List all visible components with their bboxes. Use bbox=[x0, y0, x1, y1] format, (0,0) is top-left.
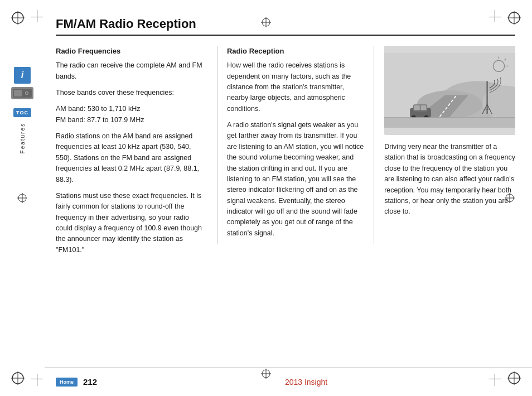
footer-title: 2013 Insight bbox=[285, 378, 327, 387]
svg-rect-38 bbox=[414, 105, 420, 110]
info-icon: i bbox=[21, 70, 23, 80]
features-label: Features bbox=[20, 123, 26, 153]
col-middle-p1: How well the radio receives stations is … bbox=[227, 60, 365, 114]
toc-badge[interactable]: TOC bbox=[13, 108, 31, 117]
col-left-p1: The radio can receive the complete AM an… bbox=[56, 60, 207, 82]
content-columns: Radio Frequencies The radio can receive … bbox=[56, 46, 515, 261]
col-left-p5: Stations must use these exact frequencie… bbox=[56, 191, 207, 255]
sidebar: i TOC Features bbox=[0, 0, 45, 396]
col-left-p2: Those bands cover these frequencies: bbox=[56, 88, 207, 98]
footer-center: 2013 Insight bbox=[97, 378, 515, 387]
col-left: Radio Frequencies The radio can receive … bbox=[56, 46, 207, 261]
radio-illustration bbox=[384, 46, 515, 135]
page-number: 212 bbox=[83, 377, 97, 387]
col-middle: Radio Reception How well the radio recei… bbox=[217, 46, 374, 244]
radio-icon-box bbox=[11, 87, 33, 99]
footer: Home 212 2013 Insight bbox=[45, 367, 532, 396]
svg-rect-25 bbox=[14, 90, 22, 96]
home-badge[interactable]: Home bbox=[56, 378, 78, 387]
svg-rect-39 bbox=[421, 105, 427, 110]
col-left-title: Radio Frequencies bbox=[56, 46, 207, 57]
col-left-p3: AM band: 530 to 1,710 kHz FM band: 87.7 … bbox=[56, 104, 207, 125]
page-title-area: FM/AM Radio Reception bbox=[56, 17, 515, 36]
col-middle-title: Radio Reception bbox=[227, 46, 365, 57]
main-content: FM/AM Radio Reception Radio Frequencies … bbox=[45, 0, 532, 396]
svg-rect-49 bbox=[384, 118, 515, 128]
info-icon-box: i bbox=[14, 67, 31, 84]
col-right-paragraph: Driving very near the transmitter of a s… bbox=[384, 142, 515, 218]
col-right: Driving very near the transmitter of a s… bbox=[384, 46, 515, 223]
col-middle-p2: A radio station's signal gets weaker as … bbox=[227, 120, 365, 239]
page-title: FM/AM Radio Reception bbox=[56, 17, 515, 31]
svg-point-27 bbox=[26, 93, 28, 94]
col-left-p4: Radio stations on the AM band are assign… bbox=[56, 131, 207, 185]
